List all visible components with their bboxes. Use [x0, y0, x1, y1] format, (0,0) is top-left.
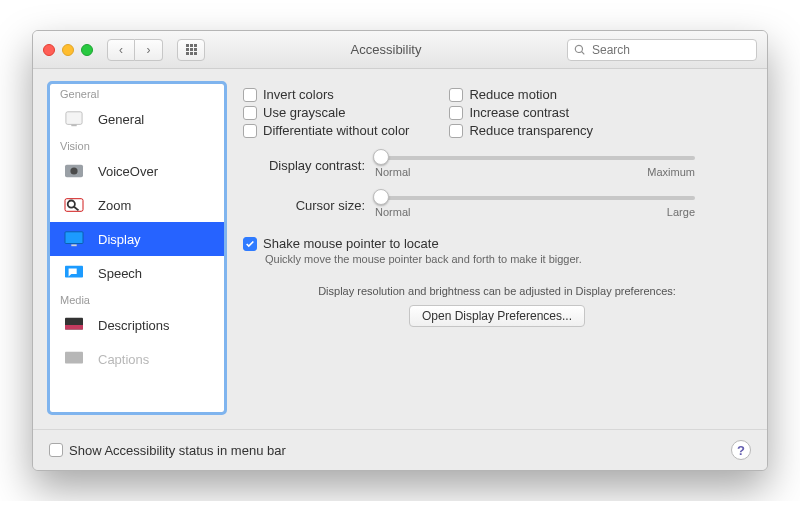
sidebar-item-speech[interactable]: Speech — [50, 256, 224, 290]
checkbox-label: Reduce motion — [469, 87, 556, 102]
checkbox-label: Use grayscale — [263, 105, 345, 120]
sidebar-item-zoom[interactable]: Zoom — [50, 188, 224, 222]
sidebar-item-captions[interactable]: Captions — [50, 342, 224, 376]
minimize-window-button[interactable] — [62, 44, 74, 56]
slider-thumb[interactable] — [373, 189, 389, 205]
sidebar-item-descriptions[interactable]: Descriptions — [50, 308, 224, 342]
reduce-transparency-checkbox[interactable]: Reduce transparency — [449, 123, 593, 138]
checkbox-label: Show Accessibility status in menu bar — [69, 443, 286, 458]
help-button[interactable]: ? — [731, 440, 751, 460]
svg-point-3 — [70, 167, 77, 174]
sidebar-item-general[interactable]: General — [50, 102, 224, 136]
svg-rect-1 — [71, 124, 76, 126]
search-input[interactable] — [590, 42, 750, 58]
checkmark-icon — [243, 237, 257, 251]
svg-rect-7 — [65, 232, 83, 244]
sidebar-item-label: Descriptions — [98, 318, 170, 333]
cursor-size-slider[interactable] — [375, 196, 695, 200]
checkbox-label: Differentiate without color — [263, 123, 409, 138]
voiceover-icon — [60, 160, 88, 182]
checkbox-label: Reduce transparency — [469, 123, 593, 138]
captions-icon — [60, 348, 88, 370]
sidebar-item-label: Display — [98, 232, 141, 247]
window-controls — [43, 44, 93, 56]
slider-max-label: Large — [667, 206, 695, 218]
differentiate-without-color-checkbox[interactable]: Differentiate without color — [243, 123, 409, 138]
use-grayscale-checkbox[interactable]: Use grayscale — [243, 105, 409, 120]
zoom-icon — [60, 194, 88, 216]
increase-contrast-checkbox[interactable]: Increase contrast — [449, 105, 593, 120]
checkbox-label: Increase contrast — [469, 105, 569, 120]
speech-icon — [60, 262, 88, 284]
search-field-wrap[interactable] — [567, 39, 757, 61]
sidebar-item-label: Speech — [98, 266, 142, 281]
category-sidebar[interactable]: General General Vision VoiceOver Zoom — [49, 83, 225, 413]
close-window-button[interactable] — [43, 44, 55, 56]
chevron-right-icon: › — [147, 43, 151, 57]
open-display-preferences-button[interactable]: Open Display Preferences... — [409, 305, 585, 327]
slider-min-label: Normal — [375, 166, 410, 178]
sidebar-item-voiceover[interactable]: VoiceOver — [50, 154, 224, 188]
svg-rect-12 — [65, 352, 83, 364]
show-all-button[interactable] — [177, 39, 205, 61]
sidebar-item-label: Captions — [98, 352, 149, 367]
sidebar-item-label: VoiceOver — [98, 164, 158, 179]
sidebar-section-vision: Vision — [50, 136, 224, 154]
sidebar-item-display[interactable]: Display — [50, 222, 224, 256]
sidebar-section-media: Media — [50, 290, 224, 308]
reduce-motion-checkbox[interactable]: Reduce motion — [449, 87, 593, 102]
help-icon: ? — [737, 443, 745, 458]
display-preferences-hint: Display resolution and brightness can be… — [243, 285, 751, 297]
accessibility-window: ‹ › Accessibility General General — [32, 30, 768, 471]
grid-icon — [186, 44, 197, 55]
nav-back-forward: ‹ › — [107, 39, 163, 61]
search-icon — [574, 44, 586, 56]
window-title: Accessibility — [213, 42, 559, 57]
shake-pointer-description: Quickly move the mouse pointer back and … — [265, 253, 751, 265]
cursor-size-label: Cursor size: — [243, 196, 365, 213]
display-contrast-label: Display contrast: — [243, 156, 365, 173]
sidebar-section-general: General — [50, 84, 224, 102]
svg-rect-11 — [65, 325, 83, 330]
sidebar-item-label: Zoom — [98, 198, 131, 213]
checkbox-label: Shake mouse pointer to locate — [263, 236, 439, 251]
slider-max-label: Maximum — [647, 166, 695, 178]
sidebar-item-label: General — [98, 112, 144, 127]
titlebar: ‹ › Accessibility — [33, 31, 767, 69]
display-contrast-slider[interactable] — [375, 156, 695, 160]
svg-rect-8 — [71, 244, 76, 246]
footer: Show Accessibility status in menu bar ? — [33, 429, 767, 470]
slider-thumb[interactable] — [373, 149, 389, 165]
zoom-window-button[interactable] — [81, 44, 93, 56]
show-status-in-menubar-checkbox[interactable]: Show Accessibility status in menu bar — [49, 443, 286, 458]
shake-pointer-checkbox[interactable]: Shake mouse pointer to locate — [243, 236, 751, 251]
display-settings-pane: Invert colors Use grayscale Differentiat… — [243, 83, 751, 413]
back-button[interactable]: ‹ — [107, 39, 135, 61]
slider-min-label: Normal — [375, 206, 410, 218]
checkbox-label: Invert colors — [263, 87, 334, 102]
chevron-left-icon: ‹ — [119, 43, 123, 57]
display-icon — [60, 228, 88, 250]
forward-button[interactable]: › — [135, 39, 163, 61]
svg-rect-0 — [66, 112, 82, 125]
descriptions-icon — [60, 314, 88, 336]
invert-colors-checkbox[interactable]: Invert colors — [243, 87, 409, 102]
general-icon — [60, 108, 88, 130]
